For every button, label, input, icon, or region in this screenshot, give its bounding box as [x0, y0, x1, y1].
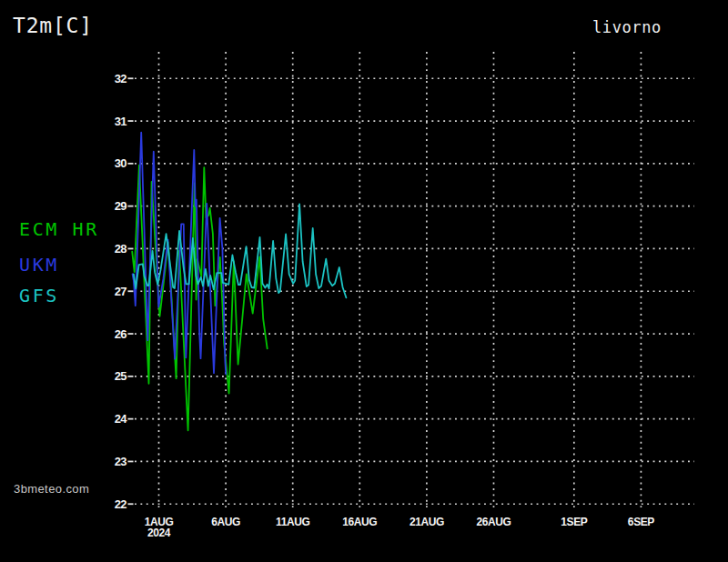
x-tick-label: 6SEP — [628, 516, 654, 528]
x-tick-label: 1SEP — [561, 516, 587, 528]
y-tick-label: 29 — [115, 199, 127, 213]
y-tick-label: 22 — [115, 497, 127, 511]
y-tick-label: 30 — [115, 156, 127, 170]
meteogram-page: { "header": { "title": "T2m[C]", "locati… — [0, 0, 728, 562]
y-tick-label: 32 — [115, 72, 127, 85]
y-tick-label: 27 — [115, 285, 127, 298]
x-tick-label: 11AUG — [276, 516, 309, 528]
series-line-gfs — [134, 204, 347, 297]
y-tick-label: 31 — [115, 115, 127, 128]
y-tick-label: 25 — [115, 369, 127, 383]
grid-vertical — [159, 52, 642, 510]
plot-area: 22232425262728293031321AUG20246AUG11AUG1… — [0, 0, 728, 562]
x-tick-label: 16AUG — [342, 516, 377, 528]
x-tick-label: 6AUG — [211, 516, 240, 528]
y-tick-label: 28 — [115, 242, 127, 256]
grid-horizontal — [128, 78, 695, 504]
y-tick-label: 26 — [115, 327, 127, 341]
x-tick-sublabel: 2024 — [147, 527, 171, 539]
x-tick-label: 26AUG — [476, 516, 511, 528]
y-tick-label: 24 — [115, 412, 128, 426]
x-axis-labels: 1AUG20246AUG11AUG16AUG21AUG26AUG1SEP6SEP — [145, 516, 655, 539]
y-axis-labels: 2223242526272829303132 — [115, 72, 128, 511]
x-tick-label: 21AUG — [410, 516, 444, 528]
y-tick-label: 23 — [115, 455, 127, 468]
